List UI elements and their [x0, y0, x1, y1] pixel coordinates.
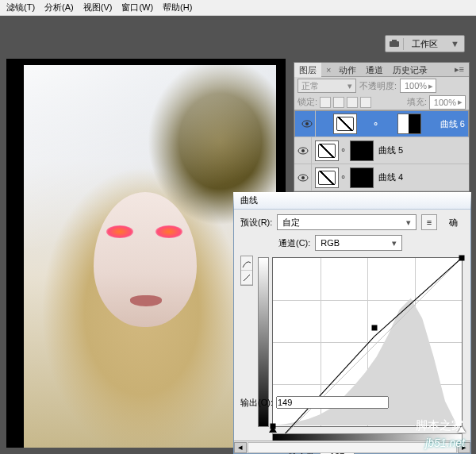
- curve-point[interactable]: [371, 325, 377, 331]
- layer-row[interactable]: ⚬曲线 5: [294, 137, 469, 164]
- panel-tabs: 图层 × 动作 通道 历史记录 ▸≡: [294, 63, 469, 77]
- menu-analysis[interactable]: 分析(A): [40, 2, 79, 13]
- tab-channels[interactable]: 通道: [361, 63, 388, 77]
- menu-view[interactable]: 视图(V): [79, 2, 117, 13]
- curve-point-tool[interactable]: [241, 256, 252, 271]
- curves-panel: 曲线 预设(R): 自定▾ ≡ 确 通道(C): RGB▾: [233, 192, 471, 454]
- tab-layers[interactable]: 图层: [294, 63, 321, 77]
- link-icon: ⚬: [339, 145, 347, 156]
- opacity-label: 不透明度:: [359, 80, 397, 92]
- menu-window[interactable]: 窗口(W): [117, 2, 158, 13]
- blend-mode-select[interactable]: 正常▾: [298, 79, 356, 93]
- chevron-down-icon[interactable]: ▼: [446, 39, 464, 48]
- fill-field[interactable]: 100%▸: [429, 95, 466, 110]
- tab-actions[interactable]: 动作: [334, 63, 361, 77]
- mask-thumb[interactable]: [350, 140, 374, 161]
- adjustment-thumb: [315, 167, 339, 188]
- visibility-icon[interactable]: [294, 137, 312, 164]
- panel-menu-icon[interactable]: ▸≡: [450, 64, 469, 75]
- tab-history[interactable]: 历史记录: [388, 63, 432, 77]
- workspace-switcher[interactable]: 工作区 ▼: [385, 35, 465, 52]
- lock-position-icon[interactable]: [347, 97, 358, 108]
- preset-select[interactable]: 自定▾: [277, 214, 416, 230]
- layer-name[interactable]: 曲线 4: [378, 171, 403, 183]
- menu-bar: 滤镜(T) 分析(A) 视图(V) 窗口(W) 帮助(H): [0, 0, 476, 16]
- svg-rect-1: [392, 40, 397, 42]
- layer-name[interactable]: 曲线 6: [440, 118, 465, 130]
- menu-help[interactable]: 帮助(H): [158, 2, 197, 13]
- black-point-slider[interactable]: [269, 426, 277, 433]
- svg-point-7: [301, 176, 305, 179]
- curve-point[interactable]: [459, 256, 465, 261]
- layer-row[interactable]: ⚬曲线 6: [294, 110, 469, 137]
- workspace-label[interactable]: 工作区: [403, 38, 446, 50]
- link-icon: ⚬: [371, 119, 379, 129]
- output-value-field[interactable]: [276, 396, 389, 409]
- mask-thumb[interactable]: [350, 167, 374, 188]
- layers-panel: 图层 × 动作 通道 历史记录 ▸≡ 正常▾ 不透明度: 100%▸ 锁定: 填…: [294, 62, 470, 192]
- bridge-icon[interactable]: [386, 37, 403, 51]
- opacity-field[interactable]: 100%▸: [400, 79, 436, 93]
- channel-label: 通道(C):: [278, 237, 310, 249]
- adjustment-thumb: [315, 140, 339, 161]
- layer-name[interactable]: 曲线 5: [378, 144, 403, 156]
- mask-thumb[interactable]: [397, 114, 421, 134]
- ok-button[interactable]: 确: [442, 217, 464, 229]
- visibility-icon[interactable]: [294, 164, 312, 191]
- lock-all-icon[interactable]: [360, 97, 371, 108]
- svg-point-5: [301, 149, 305, 152]
- preset-label: 预设(R):: [240, 217, 272, 229]
- scroll-left-icon[interactable]: ◂: [234, 442, 247, 453]
- preset-menu-button[interactable]: ≡: [421, 214, 437, 230]
- link-icon: ⚬: [339, 172, 347, 183]
- fill-label: 填充:: [407, 96, 427, 108]
- curves-graph[interactable]: [272, 257, 464, 444]
- svg-point-3: [305, 122, 309, 125]
- lock-label: 锁定:: [298, 96, 317, 108]
- curve-tool-strip: [240, 256, 253, 286]
- watermark-url: jb51.net: [425, 437, 465, 449]
- visibility-icon[interactable]: [298, 110, 316, 137]
- curve-draw-tool[interactable]: [241, 271, 252, 285]
- output-label: 输出(O):: [240, 397, 273, 409]
- adjustment-thumb: [333, 114, 357, 134]
- svg-rect-0: [390, 41, 399, 47]
- watermark-label: 脚本之家: [416, 418, 463, 433]
- app-stage: 工作区 ▼ 图层 × 动作 通道 历史记录 ▸≡ 正常▾ 不透明度: 100%▸…: [0, 16, 476, 454]
- layer-list: ⚬曲线 6⚬曲线 5⚬曲线 4: [294, 110, 469, 191]
- channel-select[interactable]: RGB▾: [315, 235, 402, 251]
- menu-filter[interactable]: 滤镜(T): [2, 2, 40, 13]
- lock-transparent-icon[interactable]: [320, 97, 331, 108]
- lock-pixels-icon[interactable]: [333, 97, 344, 108]
- curves-title: 曲线: [234, 192, 470, 210]
- tab-close-icon[interactable]: ×: [323, 65, 334, 75]
- layer-row[interactable]: ⚬曲线 4: [294, 164, 469, 191]
